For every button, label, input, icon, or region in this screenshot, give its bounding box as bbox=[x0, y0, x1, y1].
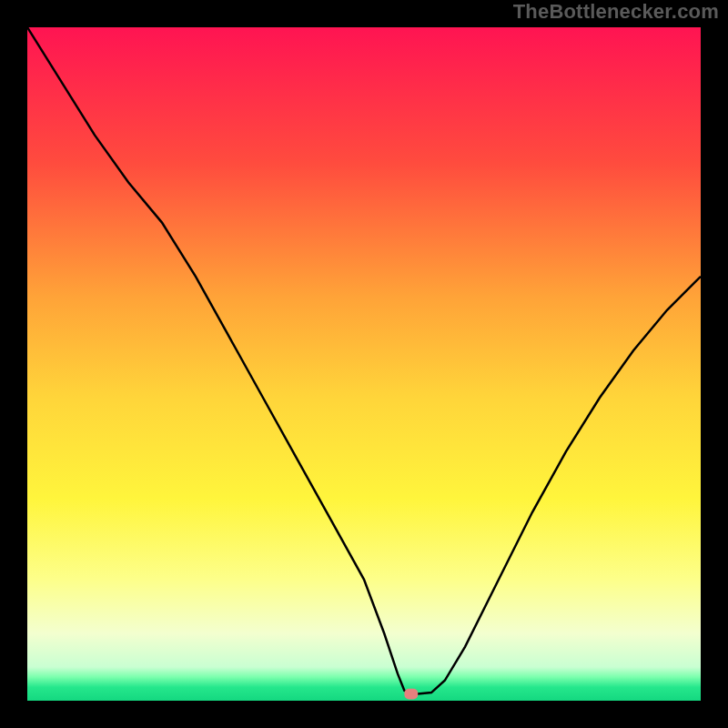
watermark-text: TheBottleneсker.com bbox=[513, 0, 719, 24]
optimal-marker bbox=[404, 689, 418, 700]
chart-background bbox=[27, 27, 701, 701]
bottleneck-chart bbox=[27, 27, 701, 701]
